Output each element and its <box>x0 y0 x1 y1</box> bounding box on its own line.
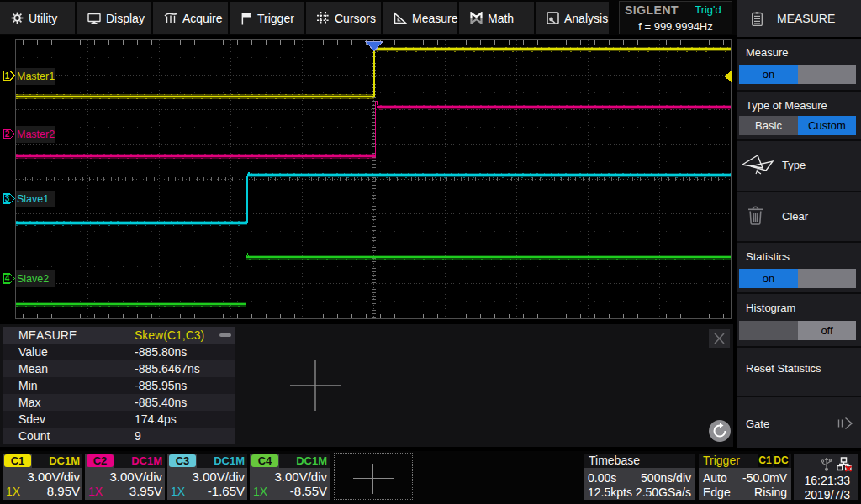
svg-text:3: 3 <box>5 194 10 203</box>
svg-text:4: 4 <box>5 274 10 283</box>
svg-text:2: 2 <box>5 129 10 139</box>
svg-text:1: 1 <box>5 71 10 81</box>
